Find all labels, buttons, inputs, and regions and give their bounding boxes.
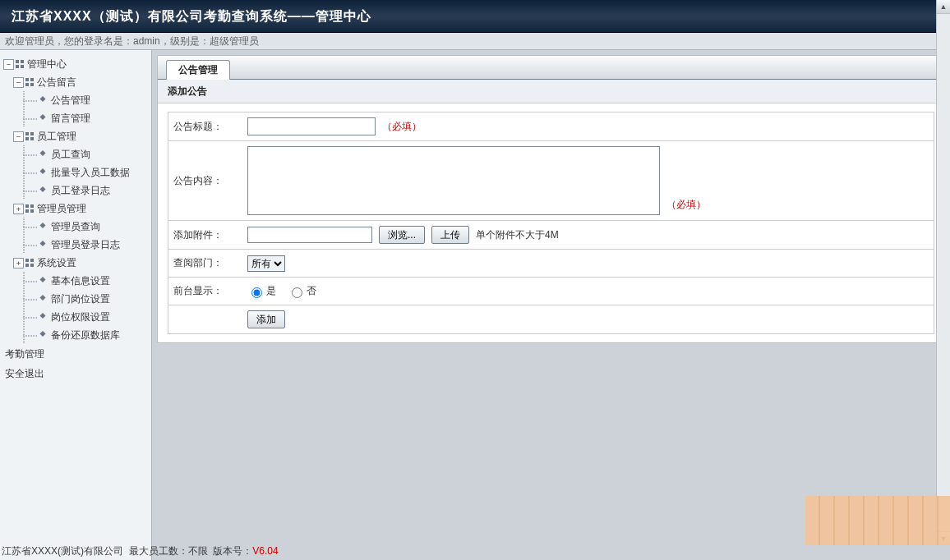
cluster-icon bbox=[25, 132, 34, 140]
diamond-icon bbox=[39, 313, 48, 321]
tree-item-announce-manage[interactable]: 公告管理 bbox=[49, 94, 92, 108]
tree-line bbox=[23, 290, 38, 308]
tree-item-staff-query[interactable]: 员工查询 bbox=[49, 148, 92, 162]
svg-rect-10 bbox=[25, 132, 29, 135]
radio-yes-input[interactable] bbox=[251, 287, 262, 298]
svg-rect-22 bbox=[39, 241, 45, 246]
tree-toggle-announcements[interactable]: − bbox=[13, 77, 24, 88]
footer-version: V6.04 bbox=[252, 545, 278, 557]
svg-rect-26 bbox=[30, 264, 34, 267]
tree-group-announcements[interactable]: 公告留言 bbox=[35, 76, 78, 90]
diamond-icon bbox=[39, 241, 48, 249]
svg-rect-27 bbox=[39, 277, 45, 282]
footer: 江苏省XXXX(测试)有限公司 最大员工数：不限 版本号：V6.04 bbox=[2, 544, 279, 558]
tree-line bbox=[23, 236, 38, 254]
section-header: 添加公告 bbox=[158, 80, 944, 103]
tree-item-admin-query[interactable]: 管理员查询 bbox=[49, 220, 102, 234]
welcome-bar: 欢迎管理员，您的登录名是：admin，级别是：超级管理员 bbox=[0, 33, 950, 50]
scroll-track[interactable] bbox=[937, 14, 950, 531]
svg-rect-19 bbox=[25, 209, 29, 213]
cluster-icon bbox=[25, 204, 34, 213]
label-front: 前台显示： bbox=[168, 278, 241, 305]
upload-button[interactable]: 上传 bbox=[431, 226, 469, 244]
browse-button[interactable]: 浏览... bbox=[379, 226, 425, 244]
radio-no[interactable]: 否 bbox=[288, 284, 316, 298]
tab-announcement[interactable]: 公告管理 bbox=[166, 60, 230, 80]
radio-no-input[interactable] bbox=[292, 287, 302, 298]
diamond-icon bbox=[39, 96, 48, 104]
svg-rect-25 bbox=[25, 264, 29, 267]
svg-rect-6 bbox=[25, 83, 29, 86]
section-title: 添加公告 bbox=[168, 85, 207, 99]
svg-rect-7 bbox=[30, 83, 34, 86]
vertical-scrollbar[interactable]: ▲ ▼ bbox=[936, 0, 950, 545]
required-hint: （必填） bbox=[666, 198, 706, 212]
cluster-icon bbox=[16, 60, 24, 68]
svg-rect-23 bbox=[25, 259, 29, 262]
svg-rect-13 bbox=[30, 137, 34, 140]
sidebar-item-logout[interactable]: 安全退出 bbox=[3, 364, 148, 383]
tree-item-basic-settings[interactable]: 基本信息设置 bbox=[49, 274, 112, 288]
svg-rect-28 bbox=[39, 295, 45, 301]
svg-rect-29 bbox=[39, 313, 45, 319]
tree-item-admin-log[interactable]: 管理员登录日志 bbox=[49, 238, 122, 252]
tree-item-dept-post[interactable]: 部门岗位设置 bbox=[49, 292, 112, 306]
tree-group-staff[interactable]: 员工管理 bbox=[35, 130, 78, 144]
tree-line bbox=[23, 308, 38, 326]
tree-group-admin[interactable]: 管理员管理 bbox=[35, 202, 88, 216]
svg-rect-4 bbox=[25, 78, 29, 81]
tree-group-settings[interactable]: 系统设置 bbox=[35, 256, 78, 270]
tree-item-staff-log[interactable]: 员工登录日志 bbox=[49, 184, 112, 198]
sidebar-item-label: 考勤管理 bbox=[5, 347, 44, 361]
svg-rect-8 bbox=[39, 96, 45, 102]
file-path-box[interactable] bbox=[247, 227, 372, 243]
scroll-down-icon[interactable]: ▼ bbox=[937, 531, 950, 545]
footer-version-label: 版本号： bbox=[213, 545, 252, 557]
radio-label: 是 bbox=[266, 284, 276, 298]
tree-line bbox=[23, 218, 38, 236]
tree-toggle-root[interactable]: − bbox=[3, 59, 14, 70]
svg-rect-15 bbox=[39, 168, 45, 174]
diamond-icon bbox=[39, 150, 48, 158]
scroll-up-icon[interactable]: ▲ bbox=[937, 0, 950, 14]
svg-rect-20 bbox=[30, 209, 34, 213]
svg-rect-21 bbox=[39, 223, 45, 228]
diamond-icon bbox=[39, 114, 48, 122]
form: 公告标题： （必填） 公告内容： （必填） bbox=[168, 112, 934, 334]
sidebar-item-label: 安全退出 bbox=[5, 367, 44, 381]
tree-item-backup[interactable]: 备份还原数据库 bbox=[49, 328, 122, 342]
welcome-text: 欢迎管理员，您的登录名是：admin，级别是：超级管理员 bbox=[5, 34, 259, 48]
tree-toggle-admin[interactable]: + bbox=[13, 204, 24, 214]
footer-limit: 最大员工数：不限 bbox=[129, 545, 208, 557]
diamond-icon bbox=[39, 168, 48, 177]
attach-hint: 单个附件不大于4M bbox=[476, 228, 559, 242]
svg-rect-14 bbox=[39, 150, 45, 156]
tree-item-staff-import[interactable]: 批量导入员工数据 bbox=[49, 166, 131, 180]
tab-label: 公告管理 bbox=[178, 63, 218, 77]
radio-yes[interactable]: 是 bbox=[247, 284, 276, 298]
sidebar-item-attendance[interactable]: 考勤管理 bbox=[3, 344, 148, 364]
submit-button[interactable]: 添加 bbox=[247, 310, 285, 328]
tree-item-post-perm[interactable]: 岗位权限设置 bbox=[49, 310, 112, 324]
tree-line bbox=[23, 181, 38, 200]
tree-toggle-staff[interactable]: − bbox=[13, 131, 24, 142]
svg-rect-11 bbox=[30, 132, 34, 135]
tree-toggle-settings[interactable]: + bbox=[13, 258, 24, 269]
input-title[interactable] bbox=[247, 117, 376, 135]
tab-strip: 公告管理 bbox=[158, 56, 944, 80]
tree-root[interactable]: 管理中心 bbox=[25, 57, 68, 71]
main-area: 公告管理 添加公告 公告标题： （必填） 公告内容： bbox=[152, 50, 950, 560]
tree-line bbox=[23, 91, 38, 109]
tree-line bbox=[23, 163, 38, 181]
svg-rect-30 bbox=[39, 331, 45, 337]
label-dept: 查阅部门： bbox=[168, 250, 241, 277]
select-dept[interactable]: 所有 bbox=[247, 255, 285, 272]
svg-rect-5 bbox=[30, 78, 34, 81]
tree-line bbox=[23, 109, 38, 127]
tree-line bbox=[23, 272, 38, 290]
tree-item-message-manage[interactable]: 留言管理 bbox=[49, 112, 92, 126]
sidebar: − 管理中心 − 公告留言 公告管 bbox=[0, 50, 152, 560]
cluster-icon bbox=[25, 259, 34, 267]
diamond-icon bbox=[39, 331, 48, 339]
textarea-content[interactable] bbox=[247, 146, 660, 215]
